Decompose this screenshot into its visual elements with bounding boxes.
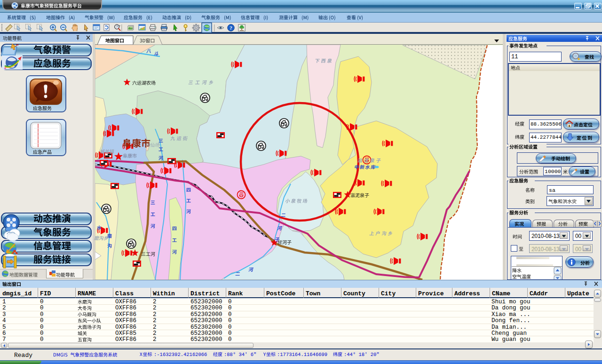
svg-text:?: ?	[230, 25, 232, 31]
svg-text:?: ?	[116, 24, 118, 29]
